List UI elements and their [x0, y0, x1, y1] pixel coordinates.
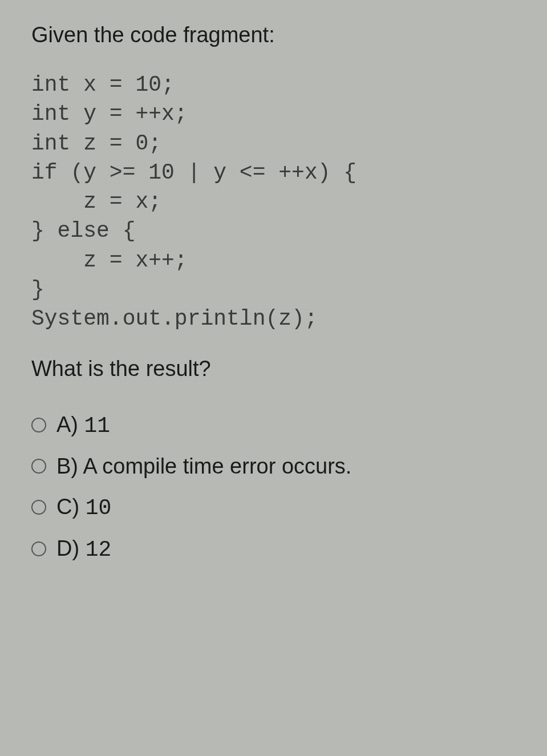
- option-text: 11: [84, 414, 111, 438]
- option-a[interactable]: A) 11: [31, 413, 516, 438]
- option-text: A compile time error occurs.: [83, 454, 351, 478]
- option-text: 12: [86, 537, 112, 562]
- option-label: A) 11: [56, 413, 110, 438]
- option-letter: B): [56, 454, 78, 478]
- option-d[interactable]: D) 12: [31, 536, 516, 562]
- option-label: C) 10: [56, 495, 111, 520]
- options-list: A) 11 B) A compile time error occurs. C)…: [31, 413, 516, 562]
- option-text: 10: [86, 496, 112, 520]
- option-c[interactable]: C) 10: [31, 495, 516, 520]
- option-letter: C): [56, 495, 79, 519]
- radio-icon: [31, 418, 46, 432]
- option-letter: D): [56, 536, 79, 560]
- code-fragment: int x = 10; int y = ++x; int z = 0; if (…: [31, 70, 516, 334]
- radio-icon: [31, 500, 46, 515]
- option-label: B) A compile time error occurs.: [56, 454, 351, 479]
- radio-icon: [31, 459, 46, 474]
- question-intro: Given the code fragment:: [31, 23, 516, 47]
- radio-icon: [31, 541, 46, 556]
- option-letter: A): [56, 413, 78, 436]
- option-b[interactable]: B) A compile time error occurs.: [31, 454, 516, 479]
- question-prompt: What is the result?: [31, 357, 516, 381]
- option-label: D) 12: [56, 536, 111, 562]
